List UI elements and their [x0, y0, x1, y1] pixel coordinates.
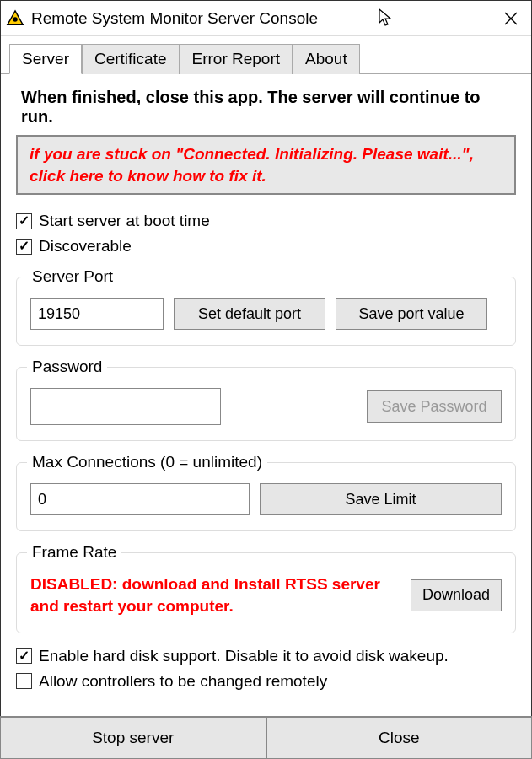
close-icon[interactable] — [494, 2, 528, 35]
max-connections-input[interactable] — [30, 483, 250, 515]
tab-server[interactable]: Server — [9, 44, 82, 74]
content-area: When finished, close this app. The serve… — [1, 88, 531, 691]
titlebar: Remote System Monitor Server Console — [1, 1, 531, 36]
checkbox-controllers-label: Allow controllers to be changed remotely — [39, 672, 327, 691]
save-port-button[interactable]: Save port value — [336, 298, 487, 330]
window-title: Remote System Monitor Server Console — [31, 9, 378, 28]
checkbox-discoverable-label: Discoverable — [39, 237, 132, 256]
checkbox-discoverable[interactable] — [16, 239, 32, 255]
cursor-icon — [378, 8, 393, 29]
frame-rate-group: Frame Rate DISABLED: download and Instal… — [16, 543, 516, 632]
password-legend: Password — [27, 358, 107, 376]
app-icon — [6, 9, 24, 28]
server-port-group: Server Port Set default port Save port v… — [16, 267, 516, 346]
password-group: Password Save Password — [16, 358, 516, 441]
tab-error-report[interactable]: Error Report — [180, 44, 293, 74]
close-button[interactable]: Close — [266, 717, 533, 759]
download-button[interactable]: Download — [411, 579, 502, 611]
tab-about[interactable]: About — [293, 44, 360, 74]
save-limit-button[interactable]: Save Limit — [260, 483, 502, 515]
checkbox-start-boot[interactable] — [16, 213, 32, 229]
warning-banner[interactable]: if you are stuck on "Connected. Initiali… — [16, 135, 516, 195]
checkbox-start-boot-label: Start server at boot time — [39, 212, 210, 230]
checkbox-harddisk-label: Enable hard disk support. Disable it to … — [39, 647, 449, 665]
checkbox-harddisk-row: Enable hard disk support. Disable it to … — [16, 647, 516, 665]
checkbox-controllers-row: Allow controllers to be changed remotely — [16, 672, 516, 691]
page-heading: When finished, close this app. The serve… — [21, 88, 511, 126]
password-input[interactable] — [30, 388, 221, 425]
checkbox-controllers[interactable] — [16, 673, 32, 689]
server-port-input[interactable] — [30, 298, 164, 330]
save-password-button[interactable]: Save Password — [367, 390, 502, 423]
checkbox-discoverable-row: Discoverable — [16, 237, 516, 256]
server-port-legend: Server Port — [27, 267, 118, 286]
max-connections-group: Max Connections (0 = unlimited) Save Lim… — [16, 453, 516, 531]
checkbox-harddisk[interactable] — [16, 648, 32, 664]
tab-bar: Server Certificate Error Report About — [1, 36, 531, 74]
bottom-button-bar: Stop server Close — [0, 716, 532, 759]
frame-rate-legend: Frame Rate — [27, 543, 121, 562]
stop-server-button[interactable]: Stop server — [0, 717, 266, 759]
max-connections-legend: Max Connections (0 = unlimited) — [27, 453, 267, 471]
frame-rate-text: DISABLED: download and Install RTSS serv… — [30, 573, 400, 616]
checkbox-start-boot-row: Start server at boot time — [16, 212, 516, 230]
tab-certificate[interactable]: Certificate — [82, 44, 180, 74]
svg-point-0 — [13, 17, 18, 22]
set-default-port-button[interactable]: Set default port — [174, 298, 325, 330]
